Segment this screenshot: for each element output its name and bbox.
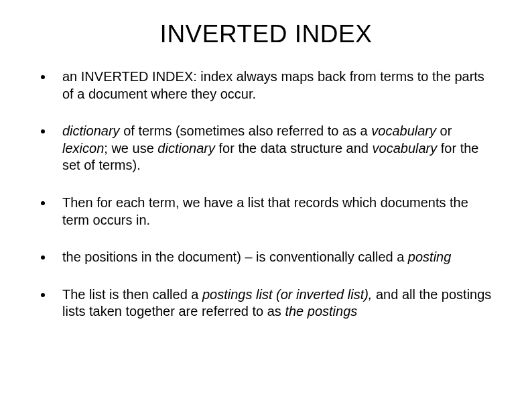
bullet-list: an INVERTED INDEX: index always maps bac… xyxy=(37,68,495,321)
bullet-text: The list is then called a xyxy=(62,287,202,302)
list-item: dictionary of terms (sometimes also refe… xyxy=(37,123,495,174)
bullet-icon xyxy=(41,201,45,205)
bullet-icon xyxy=(41,129,45,133)
bullet-text: the positions in the document) – is conv… xyxy=(62,249,408,264)
bullet-icon xyxy=(41,293,45,297)
bullet-text: an INVERTED INDEX: index always maps bac… xyxy=(62,69,484,101)
list-item: Then for each term, we have a list that … xyxy=(37,194,495,229)
bullet-icon xyxy=(41,75,45,79)
bullet-text: of terms (sometimes also referred to as … xyxy=(120,123,372,138)
bullet-text: lexicon xyxy=(62,141,104,156)
bullet-text: ; we use xyxy=(104,141,157,156)
bullet-text: Then for each term, we have a list that … xyxy=(62,195,468,227)
bullet-text: vocabulary xyxy=(373,141,438,156)
list-item: the positions in the document) – is conv… xyxy=(37,249,495,266)
list-item: an INVERTED INDEX: index always maps bac… xyxy=(37,68,495,103)
bullet-text: vocabulary xyxy=(371,123,436,138)
bullet-text: for the data structure and xyxy=(215,141,373,156)
bullet-text: the postings xyxy=(285,304,357,319)
bullet-text: dictionary xyxy=(62,123,120,138)
bullet-icon xyxy=(41,255,45,260)
bullet-text: postings list (or inverted list), xyxy=(202,287,372,302)
bullet-text: posting xyxy=(408,249,452,264)
bullet-text: dictionary xyxy=(157,141,215,156)
slide-title: INVERTED INDEX xyxy=(37,20,495,48)
slide: INVERTED INDEX an INVERTED INDEX: index … xyxy=(0,0,532,399)
list-item: The list is then called a postings list … xyxy=(37,286,495,321)
bullet-text: or xyxy=(436,123,452,138)
